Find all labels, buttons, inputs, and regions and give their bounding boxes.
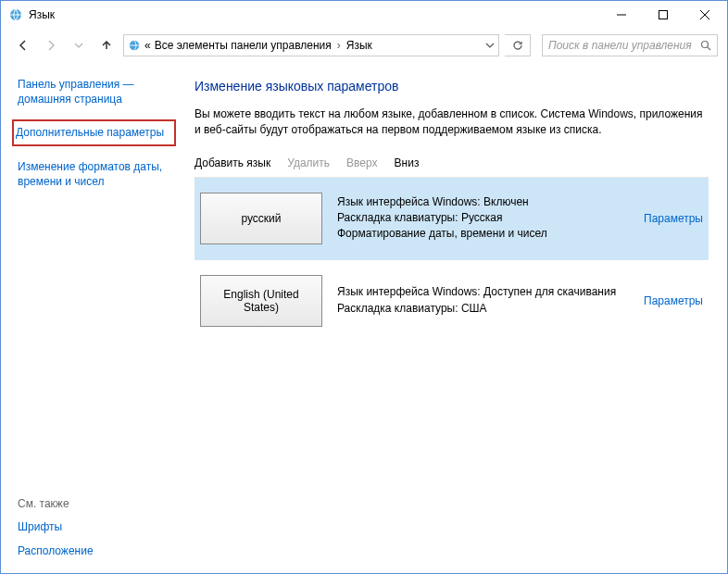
address-dropdown[interactable] <box>485 41 495 50</box>
sidebar-link-formats[interactable]: Изменение форматов даты, времени и чисел <box>18 159 172 189</box>
breadcrumb-prefix: « <box>144 39 151 52</box>
maximize-button[interactable] <box>642 1 684 29</box>
move-down-button[interactable]: Вниз <box>395 156 420 169</box>
language-info-line: Раскладка клавиатуры: США <box>337 301 629 317</box>
breadcrumb-item[interactable]: Язык <box>346 39 372 52</box>
control-panel-icon <box>128 39 141 52</box>
language-options-link[interactable]: Параметры <box>644 294 703 307</box>
language-toolbar: Добавить язык Удалить Вверх Вниз <box>195 151 709 177</box>
language-row[interactable]: English (United States) Язык интерфейса … <box>195 260 709 343</box>
language-options-link[interactable]: Параметры <box>644 212 703 225</box>
refresh-button[interactable] <box>505 34 531 56</box>
sidebar-link-region[interactable]: Расположение <box>18 543 172 558</box>
language-list: русский Язык интерфейса Windows: Включен… <box>195 177 709 343</box>
sidebar-link-advanced[interactable]: Дополнительные параметры <box>12 119 176 145</box>
language-info-line: Раскладка клавиатуры: Русская <box>337 210 629 226</box>
main-panel: Изменение языковых параметров Вы можете … <box>182 62 727 573</box>
page-description: Вы можете вводить текст на любом языке, … <box>195 106 709 138</box>
search-icon <box>700 40 711 51</box>
search-box[interactable]: Поиск в панели управления <box>542 34 718 56</box>
language-info: Язык интерфейса Windows: Доступен для ск… <box>337 284 629 317</box>
language-tile[interactable]: English (United States) <box>200 275 322 327</box>
language-info: Язык интерфейса Windows: Включен Расклад… <box>337 194 629 243</box>
back-button[interactable] <box>12 34 34 56</box>
window-title: Язык <box>29 8 55 21</box>
svg-point-3 <box>702 42 709 48</box>
svg-rect-1 <box>659 11 667 19</box>
language-tile[interactable]: русский <box>200 193 322 244</box>
add-language-button[interactable]: Добавить язык <box>195 156 270 169</box>
language-info-line: Форматирование даты, времени и чисел <box>337 226 629 242</box>
language-info-line: Язык интерфейса Windows: Доступен для ск… <box>337 284 629 300</box>
close-button[interactable] <box>684 1 725 29</box>
title-bar: Язык <box>1 1 727 29</box>
sidebar-link-fonts[interactable]: Шрифты <box>18 519 172 534</box>
language-row[interactable]: русский Язык интерфейса Windows: Включен… <box>195 178 709 260</box>
remove-language-button[interactable]: Удалить <box>287 156 330 169</box>
forward-button[interactable] <box>40 34 62 56</box>
up-button[interactable] <box>95 34 118 56</box>
move-up-button[interactable]: Вверх <box>346 156 377 169</box>
sidebar-link-home[interactable]: Панель управления — домашняя страница <box>18 77 172 106</box>
navigation-bar: « Все элементы панели управления › Язык … <box>1 29 727 62</box>
sidebar: Панель управления — домашняя страница До… <box>1 62 182 573</box>
search-placeholder: Поиск в панели управления <box>548 39 695 52</box>
see-also-heading: См. также <box>18 497 172 510</box>
minimize-button[interactable] <box>600 1 642 29</box>
content-area: Панель управления — домашняя страница До… <box>1 62 727 573</box>
language-info-line: Язык интерфейса Windows: Включен <box>337 194 629 210</box>
chevron-right-icon[interactable]: › <box>335 39 343 52</box>
recent-dropdown[interactable] <box>68 34 90 56</box>
breadcrumb-item[interactable]: Все элементы панели управления <box>155 39 332 52</box>
address-bar[interactable]: « Все элементы панели управления › Язык <box>123 34 499 56</box>
page-heading: Изменение языковых параметров <box>195 79 709 94</box>
app-icon <box>8 7 23 22</box>
